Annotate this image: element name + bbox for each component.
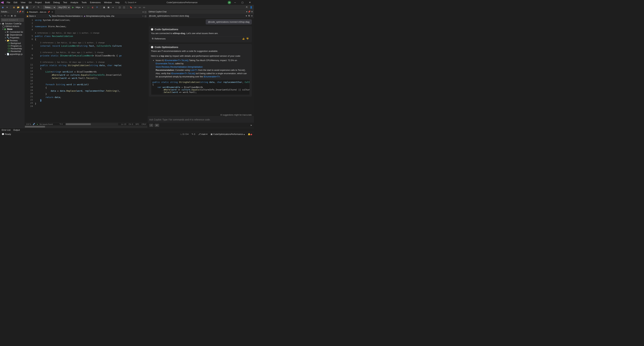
thumbs-down-icon[interactable]: 👎: [246, 37, 249, 40]
brush-icon[interactable]: ✎ ▾: [60, 123, 62, 125]
file-background[interactable]: C#Backgroud: [0, 42, 25, 45]
uncomment-icon[interactable]: ▭: [138, 6, 141, 9]
properties-node[interactable]: ▸🔧Properties: [0, 36, 25, 39]
breadcrumb-project[interactable]: ▣Store ▾: [26, 15, 36, 17]
line-ending[interactable]: CRLF: [142, 123, 146, 125]
step-icon[interactable]: ⇥: [111, 6, 114, 9]
reviews-folder[interactable]: ▾📁Reviews: [0, 39, 25, 42]
open-icon[interactable]: 📂: [16, 6, 20, 9]
codelens-4[interactable]: 3 references | Jan Kalis, 22 days ago | …: [40, 61, 104, 63]
dropdown-icon[interactable]: ▾: [17, 10, 18, 13]
split-vertical-icon[interactable]: +: [142, 15, 144, 17]
git-branch[interactable]: ⎇ main ▾: [198, 133, 208, 135]
solution-search-input[interactable]: [1, 18, 24, 22]
launch-profile[interactable]: https: [76, 6, 80, 8]
tab-split-icon[interactable]: ◫: [144, 11, 146, 13]
file-reviewhelp[interactable]: C#ReviewHelp: [0, 47, 25, 50]
notifications-icon[interactable]: 🔔1: [248, 133, 252, 135]
live-share-icon[interactable]: 👤: [250, 6, 253, 9]
link-ienumerable-tolist[interactable]: IEnumerable<T>.ToList(): [164, 59, 188, 62]
menu-view[interactable]: View: [19, 0, 27, 4]
hash-command-button[interactable]: #: [154, 124, 159, 127]
feedback-icon[interactable]: 💬: [2, 133, 4, 135]
comment-icon[interactable]: ▭: [134, 6, 137, 9]
link-enumerable-tolist[interactable]: Enumerable.ToList: [156, 62, 174, 65]
extension-icon[interactable]: ◫: [118, 6, 122, 9]
browser2-icon[interactable]: ▣: [107, 6, 110, 9]
start-nodebug-button[interactable]: ▷: [87, 6, 90, 9]
collapse-icon[interactable]: ▭: [8, 14, 10, 17]
issues-status[interactable]: No issues found: [40, 123, 53, 125]
hot-reload-icon[interactable]: ◐: [91, 6, 94, 9]
close-tab-icon[interactable]: ✕: [51, 11, 53, 13]
bookmark-icon[interactable]: 🔖: [129, 6, 133, 9]
menu-build[interactable]: Build: [43, 0, 52, 4]
menu-tools[interactable]: Tools: [80, 0, 88, 4]
maximize-button[interactable]: ▢: [239, 0, 246, 5]
editor-tab-active[interactable]: 🔒 ReviewV…tion.cs 📌 ✕: [25, 10, 55, 14]
menu-project[interactable]: Project: [33, 0, 43, 4]
menu-test[interactable]: Test: [62, 0, 69, 4]
split-icon[interactable]: ◫: [144, 15, 146, 17]
health-icon[interactable]: 🧬: [33, 123, 35, 125]
properties-icon[interactable]: ▤: [14, 14, 17, 17]
tab-error-list[interactable]: Error List: [2, 129, 10, 131]
code-area[interactable]: 1234 56 78 910 1112131415161718192021222…: [25, 18, 148, 122]
pin-tab-icon[interactable]: 📌: [47, 11, 50, 13]
solution-root[interactable]: ▸▣Solution 'CodeOp: [0, 22, 25, 25]
open-external-icon[interactable]: ⧉: [248, 14, 250, 17]
menu-debug[interactable]: Debug: [52, 0, 61, 4]
sync-icon[interactable]: ⟲: [4, 14, 7, 17]
dropdown-icon[interactable]: ▾: [246, 10, 247, 13]
save-icon[interactable]: 💾: [21, 6, 24, 9]
undo-icon[interactable]: ↶: [32, 6, 36, 9]
dependencies-node[interactable]: ▸▦Dependencie: [0, 33, 25, 36]
code-suggestion[interactable]: public static string StringValidation(st…: [151, 79, 250, 95]
appsettings-node[interactable]: ▸📄appsettings.js: [0, 53, 25, 55]
copilot-ask-box[interactable]: [148, 116, 254, 123]
solution-search[interactable]: [0, 18, 25, 22]
menu-extensions[interactable]: Extensions: [88, 0, 102, 4]
tab-output[interactable]: Output: [13, 129, 20, 131]
list-icon[interactable]: ≡: [251, 14, 252, 17]
share-icon[interactable]: ⇱: [245, 6, 248, 9]
zoom-level[interactable]: 119 %: [26, 123, 31, 125]
close-panel-icon[interactable]: ✕: [22, 10, 24, 13]
global-search[interactable]: Search ▾: [125, 1, 136, 4]
codelens-2[interactable]: 3 references | Jan Kalis, 22 days ago | …: [40, 42, 104, 44]
project-node[interactable]: ▾▣Store: [0, 28, 25, 30]
github-actions-node[interactable]: ◯GitHub Actions: [0, 25, 25, 28]
pin-icon[interactable]: 📌: [19, 10, 21, 13]
show-all-icon[interactable]: ▣: [11, 14, 14, 17]
config-dropdown[interactable]: Relea…: [44, 5, 56, 9]
copilot-command-input[interactable]: [149, 14, 244, 17]
redo-icon[interactable]: ↷: [36, 6, 40, 9]
file-reviewvali[interactable]: C#ReviewVali: [0, 50, 25, 53]
minimize-button[interactable]: ─: [232, 0, 238, 5]
close-button[interactable]: ✕: [246, 0, 253, 5]
menu-file[interactable]: File: [5, 0, 12, 4]
link-list-t[interactable]: List<T>: [190, 69, 198, 71]
tab-overflow-icon[interactable]: ▾: [142, 11, 144, 13]
link-ienumerable-tolist2[interactable]: IEnumerable<T>.ToList(): [171, 72, 195, 75]
link-ienumerable-t[interactable]: IEnumerable<T>: [204, 75, 220, 78]
code-content[interactable]: using System.Globalization; namespace St…: [35, 18, 148, 122]
browser-icon[interactable]: ▣: [102, 6, 106, 9]
new-project-icon[interactable]: ▣: [12, 6, 16, 9]
menu-window[interactable]: Window: [102, 0, 114, 4]
start-debug-button[interactable]: ▶: [71, 6, 75, 9]
breadcrumb-method[interactable]: ◈StringValidation(string data, cha: [83, 15, 115, 17]
references-link[interactable]: References: [154, 37, 166, 40]
forward-icon[interactable]: ▾: [5, 6, 9, 9]
home-icon[interactable]: ⌂: [1, 14, 3, 17]
platform-dropdown[interactable]: Any CPU: [57, 5, 70, 9]
codelens-1[interactable]: 4 references | Jan Kalis, 22 days ago | …: [35, 32, 100, 34]
menu-git[interactable]: Git: [27, 0, 33, 4]
git-sync[interactable]: ↑↓ 0 / 0 ▾: [180, 133, 188, 135]
copilot-ask-input[interactable]: [149, 118, 252, 121]
horizontal-scrollbar[interactable]: [66, 123, 118, 125]
pin-icon[interactable]: 📌: [248, 10, 250, 13]
menu-help[interactable]: Help: [114, 0, 122, 4]
slash-command-button[interactable]: /: [149, 124, 153, 127]
back-icon[interactable]: ◉: [1, 6, 4, 9]
